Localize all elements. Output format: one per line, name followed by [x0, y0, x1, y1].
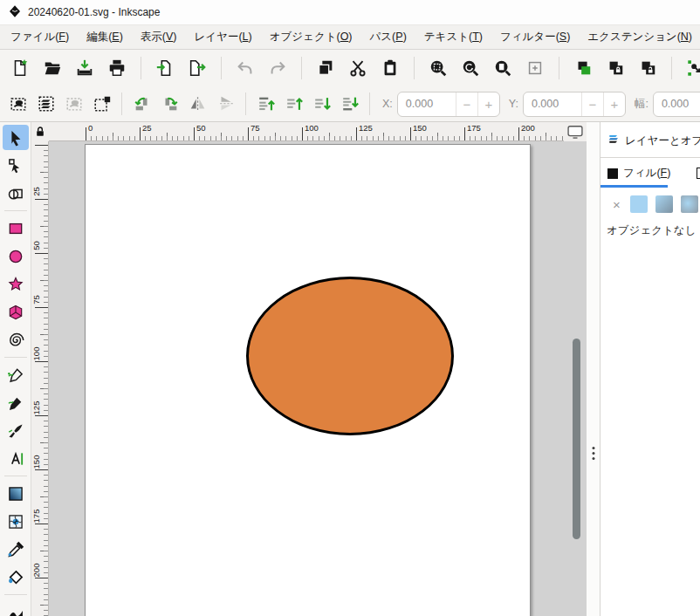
canvas-column: 0255075100125150175200 02550751001251501… [31, 122, 587, 616]
drawing-canvas[interactable] [49, 141, 587, 616]
tool-calligraphy-button[interactable] [3, 418, 29, 443]
y-label: Y: [509, 98, 518, 110]
y-increment-button[interactable]: + [603, 92, 625, 116]
fill-swatch-icon [607, 168, 618, 179]
menu-V[interactable]: 表示(V) [132, 25, 186, 49]
ellipse-object[interactable] [246, 277, 454, 435]
paint-linear-gradient-swatch[interactable] [655, 195, 673, 213]
tool-pencil-button[interactable] [3, 390, 29, 415]
main-area: 0255075100125150175200 02550751001251501… [0, 122, 700, 616]
panel-splitter[interactable] [587, 122, 600, 616]
right-panel: レイヤーとオブジェ フィル(F) × オブジェクトなし [600, 122, 700, 616]
selection-frame-button[interactable] [90, 92, 113, 116]
menu-T[interactable]: テキスト(T) [415, 25, 491, 49]
y-input[interactable]: 0.000 [524, 98, 581, 110]
flip-horizontal-button[interactable] [186, 92, 209, 116]
lower-bottom-button[interactable] [338, 92, 361, 116]
ruler-label: 75 [31, 290, 41, 311]
menu-F[interactable]: ファイル(F) [2, 25, 78, 49]
toolbar-separator [671, 57, 672, 79]
toolbox-separator [4, 210, 27, 211]
zoom-drawing-button[interactable] [458, 56, 483, 80]
redo-button[interactable] [265, 56, 290, 80]
stroke-swatch-icon[interactable] [697, 168, 700, 179]
paint-flat-swatch[interactable] [630, 195, 648, 213]
tab-fill[interactable]: フィル(F) [623, 166, 670, 181]
x-decrement-button[interactable]: − [456, 92, 477, 116]
zoom-fit-button[interactable] [523, 56, 547, 80]
lock-guides-icon[interactable] [31, 122, 49, 141]
tool-ellipse-button[interactable] [3, 243, 29, 269]
menu-O[interactable]: オブジェクト(O) [261, 25, 361, 49]
ruler-label: 50 [196, 123, 206, 133]
paint-type-row: × [600, 188, 700, 213]
tool-shape-builder-button[interactable] [3, 181, 29, 206]
tool-select-button[interactable] [3, 125, 29, 150]
select-all-layers-button[interactable] [34, 92, 58, 116]
toolbar-separator [121, 92, 122, 115]
rotate-cw-button[interactable] [158, 92, 182, 116]
clone-button[interactable] [603, 56, 628, 80]
tool-text-button[interactable] [3, 446, 29, 471]
document-save-button[interactable] [72, 56, 97, 80]
tool-dropper-button[interactable] [3, 537, 29, 562]
toolbox-separator [4, 476, 27, 476]
deselect-button[interactable] [62, 92, 86, 116]
tool-gradient-button[interactable] [3, 481, 29, 506]
toolbar-separator [369, 92, 370, 115]
menu-P[interactable]: パス(P) [361, 25, 415, 49]
document-open-button[interactable] [40, 56, 65, 80]
ruler-tick [248, 127, 249, 140]
display-mode-icon[interactable] [564, 122, 587, 141]
document-page[interactable] [85, 144, 531, 616]
tool-3dbox-button[interactable] [3, 299, 29, 325]
vertical-scrollbar[interactable] [573, 339, 580, 539]
ruler-label: 125 [359, 123, 373, 133]
layers-objects-header[interactable]: レイヤーとオブジェ [600, 122, 700, 157]
duplicate-button[interactable] [571, 56, 595, 80]
x-input[interactable]: 0.000 [398, 98, 456, 110]
tool-tweak-button[interactable] [3, 599, 29, 616]
raise-button[interactable] [282, 92, 305, 116]
menu-S[interactable]: フィルター(S) [491, 25, 579, 49]
horizontal-ruler[interactable]: 0255075100125150175200 [49, 122, 564, 141]
tool-bucket-button[interactable] [3, 565, 29, 590]
zoom-page-button[interactable] [491, 56, 515, 80]
zoom-selection-button[interactable] [426, 56, 450, 80]
x-increment-button[interactable]: + [477, 92, 499, 116]
menu-E[interactable]: 編集(E) [78, 25, 132, 49]
tool-star-button[interactable] [3, 271, 29, 297]
toolbar-separator [559, 57, 559, 79]
tool-spiral-button[interactable] [3, 327, 29, 352]
clone-unlink-button[interactable] [635, 56, 660, 80]
commands-toolbar [0, 50, 700, 86]
y-spinbox: 0.000−+ [523, 92, 626, 117]
cut-button[interactable] [346, 56, 370, 80]
menu-N[interactable]: エクステンション(N) [579, 25, 700, 49]
vertical-ruler[interactable]: 0255075100125150175200 [31, 141, 49, 616]
export-button[interactable] [185, 56, 209, 80]
paint-none-swatch[interactable]: × [611, 197, 622, 212]
paste-button[interactable] [378, 56, 402, 80]
tool-node-button[interactable] [3, 153, 29, 178]
paint-radial-gradient-swatch[interactable] [681, 195, 698, 213]
print-button[interactable] [105, 56, 129, 80]
y-decrement-button[interactable]: − [581, 92, 603, 116]
copy-button[interactable] [313, 56, 338, 80]
raise-top-button[interactable] [254, 92, 278, 116]
tool-rect-button[interactable] [3, 216, 29, 241]
undo-button[interactable] [233, 56, 257, 80]
ruler-label: 200 [521, 123, 535, 133]
tool-mesh-button[interactable] [3, 509, 29, 534]
document-new-button[interactable] [8, 56, 32, 80]
select-original-button[interactable] [683, 56, 700, 80]
import-button[interactable] [153, 56, 177, 80]
toolbar-separator [141, 57, 141, 79]
flip-vertical-button[interactable] [214, 92, 237, 116]
tool-pen-button[interactable] [3, 362, 29, 387]
lower-button[interactable] [310, 92, 333, 116]
menu-L[interactable]: レイヤー(L) [186, 25, 261, 49]
width-input[interactable]: 0.000 [654, 98, 700, 110]
select-all-button[interactable] [6, 92, 30, 116]
rotate-ccw-button[interactable] [130, 92, 154, 116]
